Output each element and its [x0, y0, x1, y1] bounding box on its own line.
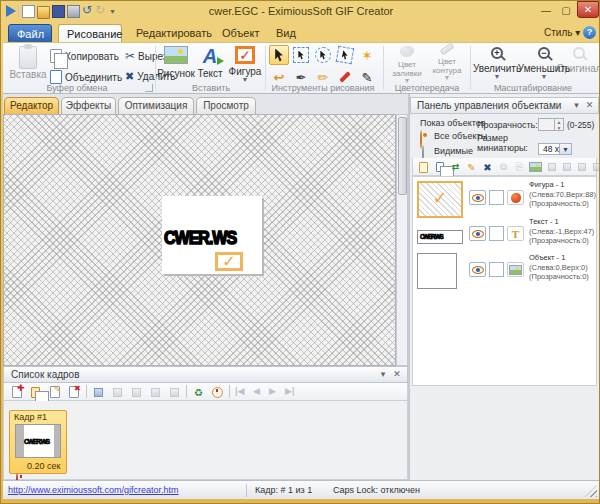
import-image-icon[interactable] — [528, 160, 543, 174]
curve-arrow-icon: ↩ — [274, 71, 285, 84]
window-title: cwer.EGC - EximiousSoft GIF Creator — [1, 5, 600, 17]
frames-strip: Кадр #1 CWER.WS 0.20 сек — [3, 401, 408, 480]
object-toolbar: ⇄ ✎ ✖ ⧉ ⎘ — [412, 158, 597, 176]
opacity-label: Прозрачность: — [477, 120, 538, 130]
tool-rect-select[interactable] — [291, 45, 311, 65]
tab-preview[interactable]: Просмотр — [196, 97, 256, 114]
help-icon[interactable]: ? — [583, 26, 596, 39]
duplicate-frame-icon[interactable] — [28, 385, 43, 399]
scrollbar-thumb[interactable] — [398, 117, 407, 195]
object-info[interactable]: Фигура - 1 (Слева:70,Верх:88) (Прозрачно… — [529, 180, 596, 209]
object-thumbnail[interactable]: ✓ — [417, 181, 463, 218]
website-link[interactable]: http://www.eximioussoft.com/gifcreator.h… — [8, 485, 179, 495]
copy-button[interactable]: Копировать — [50, 49, 119, 63]
tab-drawing[interactable]: Рисование — [58, 24, 122, 43]
tab-object[interactable]: Объект — [214, 24, 267, 42]
magic-pen-icon: ✎ — [362, 71, 373, 84]
copy-object-icon[interactable] — [432, 160, 447, 174]
send-back-icon — [589, 160, 600, 174]
edit-frame-icon[interactable]: ✎ — [47, 385, 62, 399]
insert-image-button[interactable]: Рисунок — [159, 46, 193, 79]
spinner-arrows-icon[interactable]: ▲▼ — [554, 119, 563, 130]
radio-visible-objects-label[interactable]: Видимые — [434, 146, 473, 156]
combo-arrow-icon[interactable]: ▼ — [559, 144, 571, 154]
object-panel-header: Панель управления объектами ▾ ✕ — [410, 97, 599, 114]
tool-magic-wand[interactable]: ✶ — [357, 45, 377, 65]
panel-close-icon[interactable]: ✕ — [391, 368, 403, 381]
panel-menu-icon[interactable]: ▾ — [571, 99, 582, 112]
lasso-select-icon — [315, 47, 331, 63]
object-list: ✓ Фигура - 1 (Слева:70,Верх:88) (Прозрач… — [412, 176, 597, 386]
object-color-swatch[interactable] — [489, 262, 504, 277]
dialog-launcher-icon[interactable] — [145, 84, 153, 92]
editor-canvas[interactable]: CWER.WS ✓ — [3, 114, 396, 366]
tab-view[interactable]: Вид — [268, 24, 304, 42]
object-color-swatch[interactable] — [489, 226, 504, 241]
edit-object-icon[interactable]: ✎ — [464, 160, 479, 174]
tool-lasso-select[interactable] — [313, 45, 333, 65]
panel-close-icon[interactable]: ✕ — [584, 99, 595, 112]
visibility-eye-icon[interactable] — [469, 226, 486, 241]
thumb-size-label: Размер миниатюры: — [477, 133, 532, 153]
caps-lock-status: Caps Lock: отключен — [333, 485, 420, 495]
zoom-original-icon — [573, 47, 585, 59]
object-thumbnail[interactable] — [417, 253, 457, 289]
frame-timer-icon[interactable] — [210, 385, 225, 399]
group-separator — [155, 46, 156, 90]
zoom-out-icon: − — [538, 47, 550, 59]
outline-color-button: Цвет контура ▼ — [428, 46, 466, 81]
rect-select-icon — [293, 47, 309, 63]
merge-button[interactable]: Объединить — [50, 70, 122, 84]
refresh-frames-icon[interactable]: ♻ — [191, 385, 206, 399]
fill-color-button: Цвет заливки ▼ — [388, 46, 426, 84]
frame-duration: 0.20 сек — [27, 461, 60, 471]
resize-grip-icon[interactable] — [585, 485, 597, 497]
style-menu[interactable]: Стиль ▾ — [544, 27, 580, 38]
tab-editor[interactable]: Редактор — [4, 97, 59, 114]
canvas-shape-object[interactable]: ✓ — [215, 252, 243, 271]
frame-card-selected[interactable]: Кадр #1 CWER.WS 0.20 сек — [9, 410, 67, 474]
status-bar: http://www.eximioussoft.com/gifcreator.h… — [3, 480, 599, 499]
new-object-icon[interactable] — [416, 160, 431, 174]
panel-menu-icon[interactable]: ▾ — [377, 368, 389, 381]
object-info[interactable]: Текст - 1 (Слева:-1,Верх:47) (Прозрачнос… — [529, 217, 594, 246]
object-info[interactable]: Объект - 1 (Слева:0,Верх:0) (Прозрачност… — [529, 253, 589, 282]
send-backward-icon — [559, 160, 574, 174]
tab-effects[interactable]: Эффекты — [61, 97, 116, 114]
divider — [246, 484, 247, 497]
tool-select[interactable] — [269, 45, 289, 65]
insert-text-button[interactable]: A Текст — [195, 46, 225, 79]
image-icon — [164, 46, 188, 64]
canvas-vscrollbar[interactable] — [396, 114, 408, 366]
delete-frame-icon[interactable]: ✖ — [66, 385, 81, 399]
tab-edit[interactable]: Редактировать — [128, 24, 220, 42]
frame-label: Кадр #1 — [10, 411, 66, 422]
insert-shape-button[interactable]: ✓ Фигура ▼ — [227, 46, 263, 83]
object-thumbnail[interactable]: CWER.WS — [417, 230, 463, 244]
marker-icon — [339, 71, 350, 82]
frame-image[interactable]: CWER.WS ✓ — [162, 196, 262, 274]
minimize-button[interactable]: — — [537, 3, 555, 18]
object-color-swatch[interactable] — [489, 190, 504, 205]
tool-polygon-select[interactable] — [335, 45, 355, 65]
opacity-spinner[interactable]: ▲▼ — [538, 118, 564, 131]
object-panel-title: Панель управления объектами — [411, 100, 561, 111]
last-frame-icon: ▶| — [285, 386, 294, 396]
divider — [86, 385, 87, 398]
close-button[interactable]: ✕ — [577, 1, 599, 18]
tab-file[interactable]: Файл — [8, 24, 52, 44]
delete-object-icon[interactable]: ✖ — [480, 160, 495, 174]
visibility-eye-icon[interactable] — [469, 190, 486, 205]
thumb-size-combo[interactable]: 48 x 48 ▼ — [538, 143, 572, 155]
add-frame-icon[interactable]: ✚ — [9, 385, 24, 399]
zoom-in-button[interactable]: + Увеличить ▼ — [475, 47, 519, 80]
visibility-eye-icon[interactable] — [469, 262, 486, 277]
tab-optimization[interactable]: Оптимизация — [118, 97, 194, 114]
canvas-text-object[interactable]: CWER.WS — [164, 228, 236, 248]
maximize-button[interactable]: ▢ — [557, 3, 575, 18]
ribbon: Вставка Копировать Объединить ✂ Вырезать… — [3, 42, 599, 94]
dropdown-arrow: ▼ — [494, 74, 501, 80]
next-frame-icon: ▶ — [269, 386, 276, 396]
title-bar: ↺ ↻ ▼ cwer.EGC - EximiousSoft GIF Creato… — [1, 1, 600, 23]
replace-object-icon[interactable]: ⇄ — [448, 160, 463, 174]
